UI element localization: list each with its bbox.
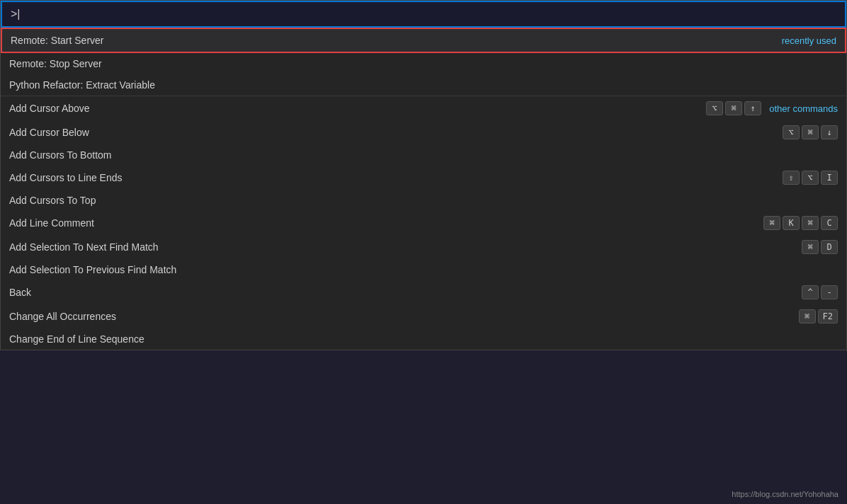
- footer-url: https://blog.csdn.net/Yohohaha: [732, 490, 839, 498]
- command-palette: Remote: Start Server recently used Remot…: [0, 0, 847, 350]
- command-item-add-selection-next[interactable]: Add Selection To Next Find Match ⌘ D: [1, 235, 846, 259]
- command-label: Add Cursors To Bottom: [9, 149, 111, 161]
- command-item-back[interactable]: Back ^ -: [1, 280, 846, 304]
- command-item-change-end-line[interactable]: Change End of Line Sequence: [1, 328, 846, 350]
- command-label: Add Cursor Above: [9, 103, 90, 114]
- command-label: Add Cursors to Line Ends: [9, 172, 123, 183]
- kbd-cmd: ⌘: [799, 309, 816, 323]
- kbd-minus: -: [821, 285, 838, 299]
- kbd-k: K: [783, 216, 800, 230]
- keybindings: ⌘ F2: [799, 309, 838, 323]
- keybindings: ⌥ ⌘ ↑ other commands: [706, 101, 838, 115]
- command-label: Add Cursors To Top: [9, 195, 96, 206]
- command-item[interactable]: Python Refactor: Extract Variable: [1, 74, 846, 96]
- kbd-down: ↓: [821, 125, 838, 139]
- keybindings: ⌘ D: [802, 240, 838, 254]
- command-item[interactable]: Remote: Stop Server: [1, 53, 846, 74]
- first-command-label: Remote: Start Server: [11, 35, 104, 46]
- kbd-cmd: ⌘: [763, 216, 780, 230]
- command-item-add-cursors-top[interactable]: Add Cursors To Top: [1, 190, 846, 211]
- kbd-c: C: [821, 216, 838, 230]
- command-item-add-cursor-above[interactable]: Add Cursor Above ⌥ ⌘ ↑ other commands: [1, 96, 846, 120]
- kbd-alt: ⌥: [706, 101, 723, 115]
- kbd-alt: ⌥: [783, 125, 800, 139]
- kbd-up: ↑: [744, 101, 761, 115]
- command-label: Add Selection To Previous Find Match: [9, 264, 176, 275]
- command-item-add-cursors-line-ends[interactable]: Add Cursors to Line Ends ⇧ ⌥ I: [1, 166, 846, 190]
- command-search-input[interactable]: [1, 1, 846, 28]
- recently-used-label: recently used: [782, 35, 836, 46]
- command-label: Remote: Stop Server: [9, 58, 102, 69]
- kbd-cmd: ⌘: [802, 240, 819, 254]
- command-label: Back: [9, 287, 31, 298]
- kbd-i: I: [821, 171, 838, 185]
- command-item-add-line-comment[interactable]: Add Line Comment ⌘ K ⌘ C: [1, 211, 846, 235]
- keybindings: ⇧ ⌥ I: [783, 171, 838, 185]
- kbd-shift: ⇧: [783, 171, 800, 185]
- keybindings: ⌥ ⌘ ↓: [783, 125, 838, 139]
- kbd-cmd: ⌘: [725, 101, 742, 115]
- other-commands-label: other commands: [769, 103, 838, 114]
- command-label: Change End of Line Sequence: [9, 333, 144, 345]
- command-label: Add Line Comment: [9, 217, 94, 229]
- kbd-alt: ⌥: [802, 171, 819, 185]
- keybindings: ^ -: [802, 285, 838, 299]
- command-item-change-all-occurrences[interactable]: Change All Occurrences ⌘ F2: [1, 304, 846, 328]
- command-label: Python Refactor: Extract Variable: [9, 79, 155, 91]
- command-label: Add Cursor Below: [9, 127, 89, 138]
- command-item-add-cursor-below[interactable]: Add Cursor Below ⌥ ⌘ ↓: [1, 120, 846, 144]
- command-label: Change All Occurrences: [9, 311, 116, 322]
- command-item-add-cursors-bottom[interactable]: Add Cursors To Bottom: [1, 144, 846, 166]
- kbd-cmd: ⌘: [802, 125, 819, 139]
- kbd-cmd2: ⌘: [802, 216, 819, 230]
- kbd-ctrl: ^: [802, 285, 819, 299]
- recently-used-item[interactable]: Remote: Start Server recently used: [1, 28, 846, 53]
- command-label: Add Selection To Next Find Match: [9, 241, 159, 253]
- command-item-add-selection-prev[interactable]: Add Selection To Previous Find Match: [1, 259, 846, 280]
- kbd-d: D: [821, 240, 838, 254]
- kbd-f2: F2: [818, 309, 838, 323]
- keybindings: ⌘ K ⌘ C: [763, 216, 838, 230]
